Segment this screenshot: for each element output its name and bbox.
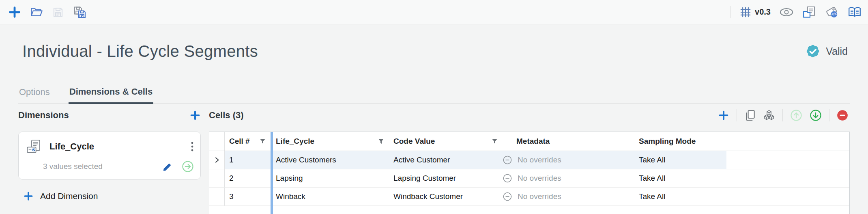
- code-tags-button[interactable]: </>: [825, 6, 839, 19]
- cell-metadata: No overrides: [500, 151, 633, 169]
- grid-icon: [739, 6, 752, 18]
- column-label: Code Value: [393, 137, 435, 146]
- metadata-text: No overrides: [518, 174, 561, 183]
- cell-life-cycle: Winback: [273, 188, 390, 206]
- toolbar-divider: [829, 109, 829, 121]
- tab-bar: Options Dimensions & Cells: [18, 78, 850, 104]
- row-expander-cell[interactable]: [209, 169, 225, 188]
- cells-panel: Cells (3): [209, 104, 850, 214]
- circle-arrow-down-icon: [810, 109, 822, 121]
- status-label: Valid: [826, 45, 848, 57]
- filter-funnel-icon: [260, 138, 266, 144]
- add-dimension-button[interactable]: Add Dimension: [18, 191, 98, 201]
- add-dimension-plus-button[interactable]: [189, 110, 201, 121]
- dimension-subtitle: 3 values selected: [43, 162, 162, 171]
- cell-sampling-mode: Take All: [633, 151, 726, 169]
- cell-life-cycle: Active Customers: [273, 151, 390, 169]
- cell-life-cycle: Lapsing: [273, 169, 390, 188]
- go-to-dimension-button[interactable]: [182, 160, 194, 173]
- cell-sampling-mode: Take All: [633, 188, 726, 206]
- edit-dimension-button[interactable]: [162, 161, 173, 172]
- header-cell-life-cycle[interactable]: Life_Cycle: [273, 132, 390, 151]
- row-expander-cell[interactable]: [209, 188, 225, 206]
- dimensions-panel: Dimensions Life_Cycle: [18, 104, 201, 201]
- column-marker[interactable]: [271, 132, 273, 214]
- row-expander-cell[interactable]: [209, 151, 225, 169]
- preview-button[interactable]: [780, 7, 793, 17]
- new-button[interactable]: [8, 6, 21, 19]
- circle-arrow-up-icon: [790, 109, 802, 121]
- save-floppy-icon: [52, 6, 64, 18]
- cell-filler: [726, 169, 849, 188]
- tag-code-icon: </>: [825, 6, 839, 19]
- tab-options[interactable]: Options: [18, 87, 51, 104]
- table-footer-filler: [209, 206, 849, 214]
- metadata-text: No overrides: [518, 156, 561, 164]
- open-button[interactable]: [30, 6, 43, 18]
- header-cell-num[interactable]: Cell #: [225, 132, 271, 151]
- dimension-card[interactable]: Life_Cycle 3 values selected: [18, 132, 201, 179]
- plus-icon: [23, 191, 34, 201]
- pencil-icon: [162, 161, 173, 172]
- save-button[interactable]: [52, 6, 64, 18]
- table-row[interactable]: 1 Active Customers Active Customer No ov…: [209, 151, 849, 169]
- header-cell-sampling-mode[interactable]: Sampling Mode: [633, 132, 726, 151]
- app-toolbar: v0.3 </>: [0, 0, 868, 24]
- status-badge: Valid: [805, 43, 848, 59]
- table-header-row: Cell # Life_Cycle Code Value: [209, 132, 849, 151]
- table-body: 1 Active Customers Active Customer No ov…: [209, 151, 849, 206]
- plus-icon: [718, 110, 729, 121]
- table-row[interactable]: 2 Lapsing Lapsing Customer No overrides …: [209, 169, 849, 188]
- move-up-button[interactable]: [790, 109, 802, 121]
- cell-num: 1: [225, 151, 271, 169]
- plus-icon: [189, 110, 201, 121]
- save-as-button[interactable]: [73, 6, 87, 19]
- copy-icon: [744, 109, 756, 121]
- cell-code-value: Active Customer: [390, 151, 500, 169]
- version-label: v0.3: [755, 7, 771, 17]
- toolbar-divider: [730, 6, 730, 18]
- table-row[interactable]: 3 Winback Windback Customer No overrides…: [209, 188, 849, 206]
- cell-code-value: Windback Customer: [390, 188, 500, 206]
- open-folder-icon: [30, 6, 43, 18]
- book-icon: [848, 6, 862, 18]
- minus-circle-filled-icon: [837, 110, 848, 121]
- dimension-values-icon: [27, 139, 43, 154]
- cell-sampling-mode: Take All: [633, 169, 726, 188]
- eye-icon: [780, 7, 793, 17]
- move-down-button[interactable]: [810, 109, 822, 121]
- column-label: Cell #: [229, 137, 250, 146]
- remove-cell-button[interactable]: [837, 110, 848, 121]
- no-overrides-icon: [503, 155, 512, 165]
- cells-toolbar: [718, 109, 850, 121]
- circle-arrow-right-icon: [182, 160, 194, 173]
- cell-filler: [726, 151, 849, 169]
- no-overrides-icon: [503, 192, 512, 201]
- dimension-menu-button[interactable]: [191, 141, 194, 152]
- cells-table: Cell # Life_Cycle Code Value: [209, 132, 850, 214]
- export-button[interactable]: [802, 6, 816, 19]
- cubes-icon: [763, 109, 775, 121]
- cells-title: Cells (3): [209, 110, 244, 121]
- plus-icon: [8, 6, 21, 19]
- documentation-button[interactable]: [848, 6, 862, 18]
- cell-num: 2: [225, 169, 271, 188]
- valid-seal-icon: [805, 43, 821, 59]
- filter-funnel-icon: [378, 138, 384, 144]
- copy-cells-button[interactable]: [744, 109, 756, 121]
- save-as-floppies-icon: [73, 6, 87, 19]
- header-expander-cell: [209, 132, 225, 151]
- header-cell-code-value[interactable]: Code Value: [390, 132, 500, 151]
- version-grid-button[interactable]: v0.3: [739, 6, 771, 18]
- combinations-button[interactable]: [763, 109, 775, 121]
- cell-code-value: Lapsing Customer: [390, 169, 500, 188]
- no-overrides-icon: [503, 173, 512, 183]
- column-label: Life_Cycle: [276, 137, 314, 146]
- tab-dimensions-cells[interactable]: Dimensions & Cells: [69, 86, 153, 104]
- cell-metadata: No overrides: [500, 188, 633, 206]
- header-cell-metadata[interactable]: Metadata: [500, 132, 633, 151]
- page-title: Individual - Life Cycle Segments: [22, 42, 258, 61]
- column-label: Metadata: [516, 137, 550, 146]
- dimensions-title: Dimensions: [18, 110, 69, 121]
- add-cell-button[interactable]: [718, 110, 729, 121]
